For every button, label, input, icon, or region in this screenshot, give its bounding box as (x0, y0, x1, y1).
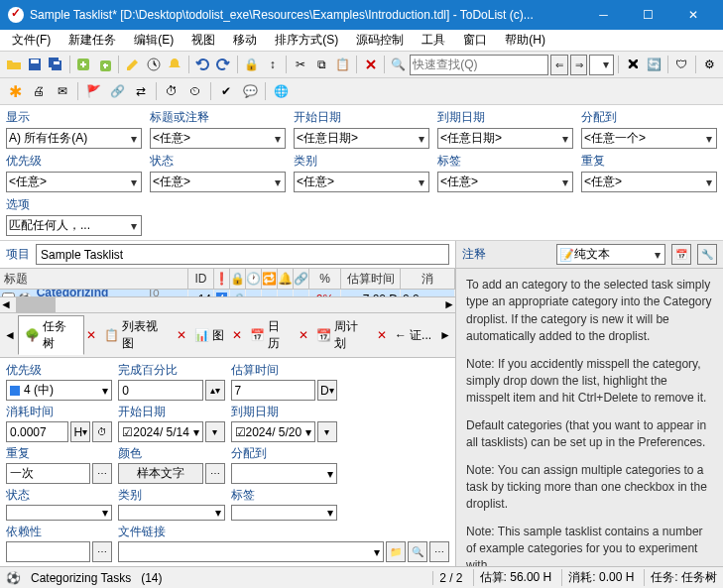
pct-spin[interactable]: ▴▾ (205, 380, 225, 401)
timer-icon[interactable]: ⏱ (161, 80, 182, 102)
tab-calendar[interactable]: 📅 日历 (244, 316, 297, 354)
quickfind-opts[interactable] (589, 55, 614, 75)
dep-icon[interactable]: ⇄ (130, 80, 152, 102)
edit-filelink[interactable]: ▾ (118, 541, 384, 562)
edit-spenttime[interactable]: 0.0007 (6, 421, 68, 442)
filter-status[interactable]: <任意> (150, 172, 286, 192)
tab-chart[interactable]: 📊 图 (188, 325, 230, 346)
cut-icon[interactable]: ✂ (291, 54, 309, 75)
menu-window[interactable]: 窗口 (455, 30, 495, 51)
menu-view[interactable]: 视图 (183, 30, 223, 51)
filter-due[interactable]: <任意日期> (437, 128, 573, 149)
menu-file[interactable]: 文件(F) (4, 30, 59, 51)
open-icon[interactable] (4, 54, 23, 75)
newtask-icon[interactable] (74, 54, 93, 75)
edit-duedate[interactable]: ☑ 2024/ 5/20▾ (231, 421, 315, 442)
filter-assign[interactable]: <任意一个> (581, 128, 717, 149)
filter-pri[interactable]: <任意> (6, 172, 142, 192)
edit-assigned[interactable]: ▾ (231, 463, 337, 484)
link-icon[interactable]: 🔗 (106, 80, 128, 102)
maximize-button[interactable]: ☐ (626, 0, 670, 30)
edit-esttime[interactable]: 7 (231, 380, 315, 401)
mail-icon[interactable]: ✉ (52, 80, 73, 102)
plugin-icon[interactable]: ✱ (4, 80, 26, 102)
edit-priority[interactable]: 4 (中)▾ (6, 380, 112, 401)
redo-icon[interactable] (214, 54, 233, 75)
menu-move[interactable]: 移动 (225, 30, 265, 51)
col-title[interactable]: 标题 (0, 269, 188, 289)
menu-help[interactable]: 帮助(H) (497, 30, 553, 51)
col-link-icon[interactable]: 🔗 (294, 269, 309, 289)
filter-clear-icon[interactable]: 🗙 (623, 54, 642, 75)
clock-icon[interactable] (144, 54, 163, 75)
print-icon[interactable]: 🖨 (28, 80, 50, 102)
addtime-icon[interactable]: ⏲ (184, 80, 206, 102)
task-row[interactable]: ⚽ Categorizing Tasks To ad... 14 4 🔒 0% … (0, 290, 455, 296)
browse-icon[interactable]: 🌐 (270, 80, 292, 102)
newsubtask-icon[interactable] (95, 54, 114, 75)
spent-unit[interactable]: H▾ (70, 421, 90, 442)
tab-week[interactable]: 📆 周计划 (310, 316, 375, 354)
spellcheck-icon[interactable]: ✔ (215, 80, 237, 102)
col-bell-icon[interactable]: 🔔 (278, 269, 294, 289)
quickfind-input[interactable] (410, 55, 548, 75)
edit-icon[interactable] (123, 54, 142, 75)
menu-newtask[interactable]: 新建任务 (60, 30, 124, 51)
notes-tools[interactable]: 🔧 (697, 244, 717, 265)
settings-icon[interactable]: ⚙ (700, 54, 719, 75)
paste-icon[interactable]: 📋 (333, 54, 352, 75)
edit-color[interactable]: 样本文字 (118, 463, 202, 484)
undo-icon[interactable] (193, 54, 212, 75)
close-button[interactable]: ✕ (670, 0, 715, 30)
comment-icon[interactable]: 💬 (239, 80, 261, 102)
edit-status[interactable]: ▾ (6, 505, 112, 521)
edit-depends[interactable] (6, 541, 90, 562)
reminder-icon[interactable] (165, 54, 183, 75)
find-icon[interactable]: 🔍 (389, 54, 408, 75)
tab-prev[interactable]: ◄ (4, 328, 16, 342)
tab-more[interactable]: ← 证... (389, 325, 437, 346)
menu-source[interactable]: 源码控制 (348, 30, 412, 51)
tab-next[interactable]: ► (439, 328, 451, 342)
col-id[interactable]: ID (188, 269, 214, 289)
tab-listview[interactable]: 📋 列表视图 (98, 316, 175, 354)
col-est[interactable]: 估算时间 (341, 269, 401, 289)
edit-pctdone[interactable]: 0 (118, 380, 202, 401)
save-icon[interactable] (25, 54, 44, 75)
col-clock-icon[interactable]: 🕐 (246, 269, 262, 289)
quickfind-prev[interactable]: ⇐ (550, 55, 568, 75)
project-input[interactable]: Sample Tasklist (36, 244, 449, 265)
lock-icon[interactable]: 🔒 (242, 54, 261, 75)
flag-icon[interactable]: 🚩 (82, 80, 104, 102)
filter-display[interactable]: A) 所有任务(A) (6, 128, 142, 149)
col-recur-icon[interactable]: 🔁 (262, 269, 278, 289)
edit-recur[interactable]: 一次 (6, 463, 90, 484)
spent-timer[interactable]: ⏱ (92, 421, 112, 442)
delete-icon[interactable] (361, 54, 380, 75)
hscroll[interactable]: ◄► (0, 296, 455, 312)
filter-refresh-icon[interactable]: 🔄 (644, 54, 663, 75)
edit-tags[interactable]: ▾ (231, 505, 337, 521)
col-lock-icon[interactable]: 🔒 (230, 269, 246, 289)
menu-sort[interactable]: 排序方式(S) (267, 30, 346, 51)
file-find[interactable]: 🔍 (408, 541, 427, 562)
col-spent[interactable]: 消 (401, 269, 455, 289)
notes-body[interactable]: To add an category to the selected task … (456, 268, 723, 566)
edit-startdate[interactable]: ☑ 2024/ 5/14▾ (118, 421, 202, 442)
col-pct[interactable]: % (309, 269, 341, 289)
tab-tasktree[interactable]: 🌳 任务树 (18, 315, 84, 355)
quickfind-next[interactable]: ⇒ (570, 55, 588, 75)
notes-format[interactable]: 📝 纯文本 (556, 244, 665, 265)
filter-repeat[interactable]: <任意> (581, 172, 717, 192)
filter-title[interactable]: <任意> (150, 128, 286, 149)
copy-icon[interactable]: ⧉ (312, 54, 331, 75)
filter-tags[interactable]: <任意> (437, 172, 573, 192)
sort-icon[interactable]: ↕ (263, 54, 282, 75)
filter-opts[interactable]: 匹配任何人，... (6, 215, 142, 236)
menu-tools[interactable]: 工具 (414, 30, 453, 51)
filter-cat[interactable]: <任意> (294, 172, 429, 192)
menu-edit[interactable]: 编辑(E) (126, 30, 181, 51)
file-browse[interactable]: 📁 (386, 541, 406, 562)
filter-start[interactable]: <任意日期> (294, 128, 429, 149)
col-pri-icon[interactable]: ❗ (214, 269, 230, 289)
